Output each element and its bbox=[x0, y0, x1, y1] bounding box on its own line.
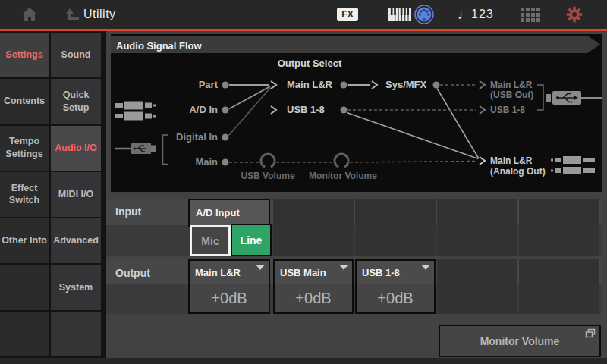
output-usb18-dropdown[interactable]: USB 1-8 +0dB bbox=[355, 259, 436, 314]
tempo-note-icon[interactable]: ♩ bbox=[458, 0, 471, 29]
sidebar-item-midi-io[interactable]: MIDI I/O bbox=[51, 172, 101, 217]
flow-title: Audio Signal Flow bbox=[116, 40, 203, 52]
midi-icon[interactable] bbox=[414, 5, 434, 24]
chevron-down-icon bbox=[256, 265, 265, 270]
left-bracket bbox=[163, 135, 169, 165]
monitor-volume-button-label: Monitor Volume bbox=[480, 335, 560, 347]
mic-button[interactable]: Mic bbox=[190, 225, 231, 256]
audio-jack-output-icon bbox=[551, 156, 595, 174]
tempo-value[interactable]: 123 bbox=[471, 0, 494, 29]
dropdown-value: Main L&R bbox=[195, 267, 241, 278]
sidebar-item-settings[interactable]: Settings bbox=[0, 33, 49, 77]
usb-volume-label: USB Volume bbox=[241, 171, 294, 181]
usb-out-icon bbox=[546, 91, 602, 105]
utility-screen: Utility FX bbox=[0, 0, 607, 364]
dropdown-value: USB Main bbox=[280, 267, 326, 278]
keyboard-icon[interactable] bbox=[388, 8, 411, 21]
usbout-mainlr-label: Main L&R bbox=[490, 80, 533, 90]
sidebar-item-other-info[interactable]: Other Info bbox=[0, 218, 49, 263]
audio-jack-input-icon bbox=[115, 102, 156, 121]
chevron-down-icon bbox=[421, 265, 430, 270]
flow-arrows bbox=[271, 81, 485, 165]
sidebar-item-quick-setup[interactable]: Quick Setup bbox=[51, 79, 101, 124]
sidebar-empty-cell bbox=[0, 265, 49, 309]
sidebar-item-sound[interactable]: Sound bbox=[51, 33, 101, 77]
output-mainlr-gain[interactable]: +0dB bbox=[190, 284, 269, 312]
connection-dots bbox=[222, 82, 440, 166]
sys-mfx-label: Sys/MFX bbox=[385, 79, 427, 90]
pad-grid-icon[interactable] bbox=[521, 8, 541, 22]
chevron-down-icon bbox=[339, 265, 348, 270]
bus-mainlr-label: Main L&R bbox=[287, 79, 333, 90]
line-button[interactable]: Line bbox=[231, 224, 272, 256]
popup-window-icon bbox=[585, 328, 596, 338]
sidebar-item-system[interactable]: System bbox=[51, 265, 101, 309]
volume-knob-icons bbox=[261, 154, 348, 167]
sidebar-item-audio-io[interactable]: Audio I/O bbox=[51, 126, 101, 171]
home-icon[interactable] bbox=[21, 7, 38, 22]
sidebar: Settings Contents Tempo Settings Effect … bbox=[0, 31, 106, 358]
usbout-usb18-label: USB 1-8 bbox=[490, 105, 525, 115]
sidebar-column-2: Sound Quick Setup Audio I/O MIDI I/O Adv… bbox=[51, 33, 101, 356]
source-digital-label: Digital In bbox=[176, 131, 218, 143]
analog-mainlr-label: Main L&R bbox=[490, 155, 533, 166]
output-select-label: Output Select bbox=[278, 58, 342, 69]
source-adin-label: A/D In bbox=[189, 104, 218, 115]
output-mainlr-selected[interactable]: Main L&R bbox=[190, 261, 269, 284]
sidebar-item-contents[interactable]: Contents bbox=[0, 79, 49, 124]
top-bar: Utility FX bbox=[0, 0, 607, 29]
output-usbmain-selected[interactable]: USB Main bbox=[275, 261, 352, 284]
routing-lines-dashed bbox=[229, 85, 476, 162]
up-level-icon[interactable] bbox=[65, 8, 80, 21]
main-content: Audio Signal Flow Output Select bbox=[106, 31, 607, 364]
output-mainlr-dropdown[interactable]: Main L&R +0dB bbox=[188, 259, 270, 314]
audio-signal-flow-panel: Audio Signal Flow Output Select bbox=[111, 34, 602, 192]
source-part-label: Part bbox=[199, 79, 219, 90]
empty-grid-cell bbox=[355, 199, 436, 256]
sidebar-empty-cell bbox=[0, 312, 49, 356]
routing-lines bbox=[229, 85, 479, 159]
audio-signal-flow-diagram: Audio Signal Flow Output Select bbox=[111, 34, 602, 192]
bottom-strip bbox=[0, 358, 607, 364]
page-title: Utility bbox=[83, 0, 116, 29]
sidebar-item-advanced[interactable]: Advanced bbox=[51, 218, 101, 263]
fx-badge[interactable]: FX bbox=[337, 8, 358, 21]
sidebar-item-effect-switch[interactable]: Effect Switch bbox=[0, 172, 49, 217]
analog-sub-label: (Analog Out) bbox=[490, 166, 546, 177]
output-usbmain-gain[interactable]: +0dB bbox=[275, 284, 352, 312]
usbout-sub-label: (USB Out) bbox=[490, 89, 533, 100]
output-row-label: Output bbox=[115, 267, 150, 279]
empty-grid-cell bbox=[437, 259, 517, 314]
output-usbmain-dropdown[interactable]: USB Main +0dB bbox=[273, 259, 354, 314]
dropdown-value: USB 1-8 bbox=[362, 267, 400, 278]
empty-grid-cell bbox=[437, 199, 517, 256]
sidebar-column-1: Settings Contents Tempo Settings Effect … bbox=[0, 33, 49, 356]
monitor-volume-button[interactable]: Monitor Volume bbox=[439, 325, 601, 357]
usb-plug-input-icon bbox=[115, 143, 156, 154]
empty-grid-cell bbox=[273, 199, 354, 256]
empty-grid-cell bbox=[519, 199, 599, 256]
sidebar-item-tempo-settings[interactable]: Tempo Settings bbox=[0, 126, 49, 171]
sidebar-empty-cell bbox=[51, 312, 101, 356]
monitor-volume-label: Monitor Volume bbox=[309, 171, 377, 181]
output-usb18-gain[interactable]: +0dB bbox=[357, 284, 434, 312]
gear-icon[interactable] bbox=[566, 6, 583, 23]
input-row-label: Input bbox=[115, 206, 141, 218]
bus-usb18-label: USB 1-8 bbox=[287, 104, 325, 115]
source-main-label: Main bbox=[195, 156, 218, 168]
empty-grid-cell bbox=[519, 259, 599, 314]
usb-out-bracket bbox=[537, 85, 543, 110]
ad-input-header: A/D Input bbox=[188, 199, 270, 227]
output-usb18-selected[interactable]: USB 1-8 bbox=[357, 261, 434, 284]
